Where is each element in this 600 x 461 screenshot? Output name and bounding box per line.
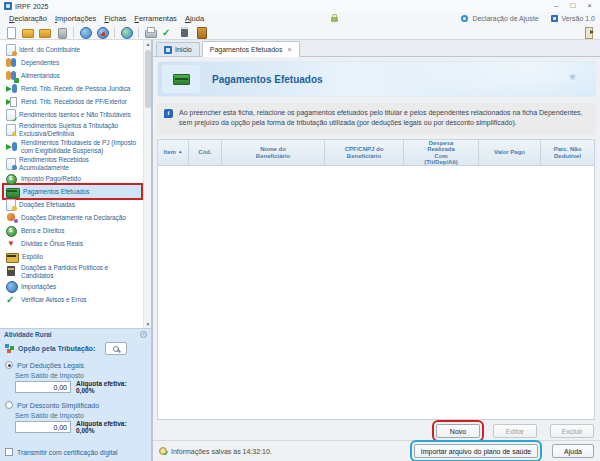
menu-ajuda[interactable]: Ajuda (181, 14, 208, 23)
digital-certificate-checkbox[interactable] (5, 448, 13, 456)
menu-ferramentas[interactable]: Ferramentas (130, 14, 181, 23)
sidebar-item-doacoes-diretamente[interactable]: Doações Diretamente na Declaração (4, 211, 141, 224)
exclusive-taxation-icon (6, 124, 15, 135)
sidebar-item-espolio[interactable]: Espólio (4, 250, 141, 263)
dependents-icon (6, 57, 17, 68)
tax-option-panel: Opção pela Tributação: Por Deduções Lega… (0, 339, 151, 461)
menu-importacoes[interactable]: Importações (51, 14, 100, 23)
assets-icon (6, 225, 17, 236)
sidebar-item-doacoes-efetuadas[interactable]: Doações Efetuadas (4, 198, 141, 211)
imports-icon (6, 281, 17, 292)
sidebar-item-imposto-pago[interactable]: Imposto Pago/Retido (4, 172, 141, 185)
transmit-icon[interactable] (80, 27, 91, 38)
home-icon (164, 46, 172, 54)
sidebar-item-ident-contribuinte[interactable]: Ident. do Contribuinte (4, 43, 141, 56)
minimize-button[interactable]: – (554, 1, 558, 11)
excluir-button[interactable]: Excluir (550, 424, 594, 438)
sidebar-item-pagamentos-efetuados[interactable]: Pagamentos Efetuados (4, 185, 141, 198)
import-health-plan-button[interactable]: Importar arquivo do plano de saúde (414, 444, 538, 458)
verify-icon[interactable] (162, 27, 173, 38)
sidebar-item-rend-isentos[interactable]: Rendimentos Isentos e Não Tributáveis (4, 108, 141, 121)
sidebar-item-rend-trib-pf-exterior[interactable]: Rend. Trib. Recebidos de PF/Exterior (4, 95, 141, 108)
menu-declaracao[interactable]: Declaração (5, 14, 51, 23)
column-header-parc-nao-dedutivel[interactable]: Parc. Não Dedutível (541, 140, 594, 165)
scrollbar-thumb[interactable] (145, 50, 151, 108)
status-bar: Informações salvas às 14:32:10. Importar… (153, 440, 600, 461)
sidebar-item-rend-acumuladamente[interactable]: Rendimentos Recebidos Acumuladamente (4, 155, 141, 172)
folder-icon[interactable] (39, 27, 50, 38)
tab-bar: Início Pagamentos Efetuados × (153, 40, 600, 57)
print-icon[interactable] (145, 27, 156, 38)
maximize-button[interactable]: □ (570, 1, 575, 11)
column-header-valor-pago[interactable]: Valor Pago (479, 140, 541, 165)
payments-card-icon (173, 74, 190, 85)
sidebar-item-dependentes[interactable]: Dependentes (4, 56, 141, 69)
legal-deductions-value-field[interactable] (15, 381, 71, 393)
menu-fichas[interactable]: Fichas (100, 14, 130, 23)
sidebar-item-dividas-onus[interactable]: Dívidas e Ônus Reais (4, 237, 141, 250)
collapse-icon[interactable]: × (140, 331, 147, 338)
sidebar-scrollbar[interactable]: ▲ ▼ (143, 40, 151, 328)
scroll-up-icon[interactable]: ▲ (144, 40, 152, 48)
delete-icon[interactable] (56, 27, 67, 38)
table-body-empty[interactable] (157, 166, 595, 420)
action-buttons: Novo Editar Excluir (436, 424, 594, 438)
column-header-cpf-cnpj[interactable]: CPF/CNPJ do Beneficiário (325, 140, 404, 165)
tax-panel-title: Opção pela Tributação: (18, 345, 95, 352)
rural-activity-header[interactable]: Atividade Rural × (0, 328, 151, 339)
new-declaration-icon[interactable] (5, 27, 16, 38)
simplified-discount-value-field[interactable] (15, 421, 71, 433)
sidebar-item-verificar-avisos[interactable]: Verificar Avisos e Erros (4, 293, 141, 306)
tab-close-icon[interactable]: × (288, 46, 292, 53)
ajuda-button[interactable]: Ajuda (552, 444, 594, 458)
no-tax-balance-label: Sem Saldo de Imposto (15, 372, 146, 379)
header-icon-tile (162, 65, 200, 93)
tab-inicio[interactable]: Início (156, 42, 200, 56)
estate-icon (6, 253, 18, 262)
help-book-icon[interactable] (196, 27, 207, 38)
sort-asc-icon: ▲ (178, 149, 182, 155)
direct-donations-icon (6, 212, 17, 223)
sidebar-item-rend-trib-pj[interactable]: Rend. Trib. Receb. de Pessoa Jurídica (4, 82, 141, 95)
status-text: Informações salvas às 14:32:10. (171, 448, 272, 455)
effective-rate-label-2: Alíquota efetiva: 0,00% (76, 420, 146, 434)
version-icon (551, 15, 558, 22)
editar-button[interactable]: Editar (493, 424, 537, 438)
internet-icon[interactable] (121, 27, 132, 38)
app-icon (4, 2, 12, 10)
sidebar-item-doacoes-partidos[interactable]: Doações a Partidos Políticos e Candidato… (4, 263, 141, 280)
search-button[interactable] (105, 342, 127, 355)
radio-desconto-simplificado[interactable] (5, 401, 13, 409)
main-panel: Início Pagamentos Efetuados × Pagamentos… (152, 40, 600, 461)
import-declaration-icon[interactable] (97, 27, 108, 38)
donations-made-icon (6, 199, 15, 210)
radio-deducoes-legais[interactable] (5, 361, 13, 369)
info-icon (164, 109, 173, 118)
verify-errors-icon (6, 294, 17, 305)
contributor-id-icon (6, 44, 15, 55)
column-header-cod[interactable]: Cód. (189, 140, 222, 165)
calculator-icon[interactable] (179, 27, 190, 38)
sidebar-item-alimentandos[interactable]: Alimentandos (4, 69, 141, 82)
column-header-despesa[interactable]: Despesa Realizada Com (Tit/Dep/Ali) (404, 140, 479, 165)
irpf-window: IRPF 2025 – □ × Declaração Importações F… (0, 0, 600, 461)
novo-button[interactable]: Novo (436, 424, 480, 438)
page-title: Pagamentos Efetuados (212, 74, 323, 85)
exempt-income-icon (6, 109, 15, 120)
menu-bar: Declaração Importações Fichas Ferramenta… (0, 12, 600, 25)
tab-pagamentos-efetuados[interactable]: Pagamentos Efetuados × (202, 41, 300, 57)
scroll-down-icon[interactable]: ▼ (144, 320, 152, 328)
sidebar-item-rend-trib-exclusiva[interactable]: Rendimentos Sujeitos à Tributação Exclus… (4, 121, 141, 138)
payments-made-icon (6, 188, 19, 197)
sidebar-item-importacoes[interactable]: Importações (4, 280, 141, 293)
close-button[interactable]: × (587, 1, 592, 11)
sidebar: Ident. do Contribuinte Dependentes Alime… (0, 40, 152, 461)
column-header-item[interactable]: Item▲ (158, 140, 189, 165)
column-header-nome[interactable]: Nome do Beneficiário (222, 140, 325, 165)
open-declaration-icon[interactable] (22, 27, 33, 38)
sidebar-item-rend-exigibilidade-suspensa[interactable]: Rendimentos Tributáveis de PJ (Imposto c… (4, 138, 141, 155)
sidebar-list: Ident. do Contribuinte Dependentes Alime… (0, 40, 143, 328)
exit-icon[interactable] (584, 27, 595, 38)
window-title: IRPF 2025 (15, 3, 48, 10)
sidebar-item-bens-direitos[interactable]: Bens e Direitos (4, 224, 141, 237)
